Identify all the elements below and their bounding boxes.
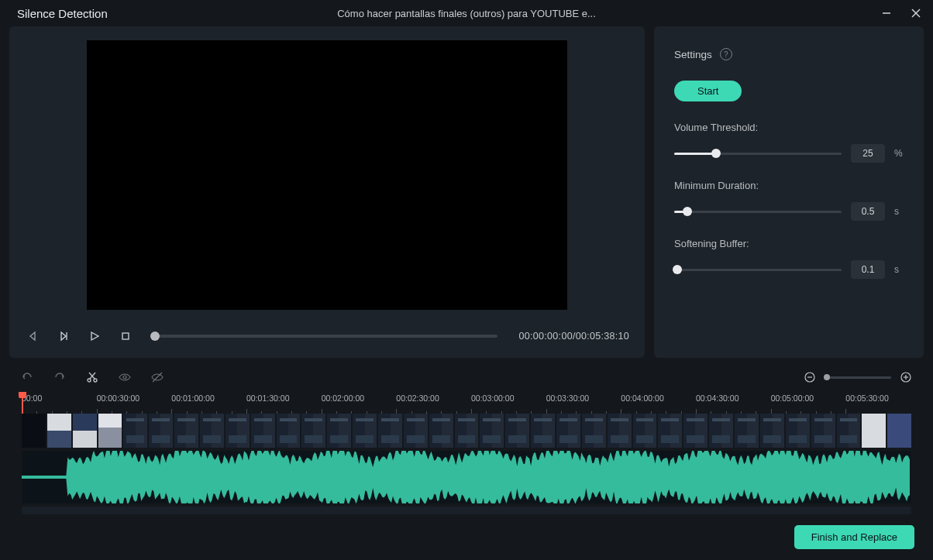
preview-visibility-button[interactable] (118, 370, 132, 384)
zoom-out-button[interactable] (803, 370, 817, 384)
volume-threshold-label: Volume Threshold: (674, 122, 904, 133)
thumbnail-frame[interactable] (480, 414, 504, 448)
thumbnail-frame[interactable] (862, 414, 886, 448)
thumbnail-frame[interactable] (887, 414, 911, 448)
minimize-button[interactable] (880, 7, 893, 19)
thumbnail-frame[interactable] (735, 414, 759, 448)
thumbnail-frame[interactable] (531, 414, 555, 448)
thumbnail-frame[interactable] (47, 414, 71, 448)
seek-knob[interactable] (150, 332, 160, 341)
thumbnail-frame[interactable] (760, 414, 784, 448)
play-button[interactable] (87, 328, 102, 344)
redo-button[interactable] (53, 370, 67, 384)
next-frame-button[interactable] (56, 328, 71, 344)
window-controls (880, 7, 922, 19)
ruler-label: 00:03:30:00 (546, 393, 589, 403)
thumbnail-frame[interactable] (251, 414, 275, 448)
hide-button[interactable] (150, 370, 164, 384)
timeline-scrollbar[interactable] (22, 507, 911, 514)
audio-waveform-track[interactable] (22, 451, 911, 503)
ruler-label: 00:02:00:00 (322, 393, 364, 403)
thumbnail-frame[interactable] (837, 414, 861, 448)
settings-panel: Settings ? Start Volume Threshold: 25 % … (654, 26, 924, 358)
thumbnail-frame[interactable] (174, 414, 198, 448)
thumbnail-frame[interactable] (200, 414, 224, 448)
thumbnail-frame[interactable] (226, 414, 250, 448)
softening-buffer-label: Softening Buffer: (674, 238, 904, 249)
ruler-label: 00:05:30:00 (845, 393, 888, 403)
thumbnail-frame[interactable] (22, 414, 46, 448)
thumbnail-frame[interactable] (709, 414, 733, 448)
thumbnail-frame[interactable] (633, 414, 657, 448)
thumbnail-frame[interactable] (301, 414, 325, 448)
window-subtitle: Cómo hacer pantallas finales (outros) pa… (337, 8, 596, 19)
softening-buffer-value[interactable]: 0.1 (851, 260, 885, 279)
volume-threshold-unit: % (894, 148, 904, 159)
titlebar: Silence Detection Cómo hacer pantallas f… (0, 0, 933, 26)
volume-threshold-value[interactable]: 25 (851, 144, 885, 163)
zoom-controls (803, 370, 913, 384)
thumbnail-frame[interactable] (582, 414, 606, 448)
preview-panel: 00:00:00:00/00:05:38:10 (9, 26, 645, 358)
finish-replace-button[interactable]: Finish and Replace (794, 525, 914, 549)
timeline-ruler[interactable]: 00:0000:00:30:0000:01:00:0000:01:30:0000… (9, 392, 924, 414)
svg-line-10 (90, 373, 95, 379)
minimum-duration-group: Minimum Duration: 0.5 s (674, 180, 904, 221)
video-thumbnail-track[interactable] (22, 414, 911, 448)
thumbnail-frame[interactable] (608, 414, 632, 448)
thumbnail-frame[interactable] (73, 414, 97, 448)
zoom-knob[interactable] (824, 374, 830, 380)
thumbnail-frame[interactable] (149, 414, 173, 448)
ruler-label: 00:00:30:00 (97, 393, 139, 403)
thumbnail-frame[interactable] (786, 414, 810, 448)
zoom-in-button[interactable] (899, 370, 913, 384)
close-button[interactable] (910, 7, 922, 19)
zoom-slider[interactable] (825, 376, 891, 379)
timeline-area: 00:0000:00:30:0000:01:00:0000:01:30:0000… (0, 358, 933, 514)
svg-point-12 (123, 376, 126, 379)
start-button[interactable]: Start (674, 81, 742, 101)
window-title: Silence Detection (17, 7, 108, 20)
svg-marker-6 (91, 332, 98, 340)
svg-line-11 (89, 373, 95, 379)
help-icon[interactable]: ? (720, 48, 732, 60)
thumbnail-frame[interactable] (404, 414, 428, 448)
volume-threshold-group: Volume Threshold: 25 % (674, 122, 904, 163)
slider-knob[interactable] (711, 149, 721, 158)
thumbnail-frame[interactable] (98, 414, 122, 448)
thumbnail-frame[interactable] (429, 414, 453, 448)
undo-button[interactable] (20, 370, 34, 384)
thumbnail-frame[interactable] (455, 414, 479, 448)
svg-rect-7 (122, 333, 129, 339)
thumbnail-frame[interactable] (353, 414, 377, 448)
preview-seek-slider[interactable] (155, 335, 497, 338)
svg-marker-4 (61, 332, 66, 340)
ruler-label: 00:02:30:00 (396, 393, 439, 403)
prev-frame-button[interactable] (25, 328, 40, 344)
timeline-toolbar (9, 366, 924, 389)
minimum-duration-unit: s (894, 206, 904, 217)
thumbnail-frame[interactable] (556, 414, 580, 448)
thumbnail-frame[interactable] (811, 414, 835, 448)
svg-point-8 (88, 379, 91, 382)
stop-button[interactable] (118, 328, 133, 344)
volume-threshold-slider[interactable] (674, 153, 842, 155)
ruler-label: 00:05:00:00 (771, 393, 814, 403)
minimum-duration-value[interactable]: 0.5 (851, 202, 885, 221)
cut-button[interactable] (85, 370, 99, 384)
thumbnail-frame[interactable] (327, 414, 351, 448)
playhead[interactable] (22, 392, 23, 414)
video-preview[interactable] (87, 40, 567, 310)
softening-buffer-slider[interactable] (674, 269, 842, 271)
minimum-duration-slider[interactable] (674, 211, 842, 213)
slider-knob[interactable] (683, 207, 692, 216)
ruler-label: 00:04:00:00 (621, 393, 663, 403)
thumbnail-frame[interactable] (378, 414, 402, 448)
thumbnail-frame[interactable] (277, 414, 301, 448)
thumbnail-frame[interactable] (505, 414, 529, 448)
thumbnail-frame[interactable] (658, 414, 682, 448)
thumbnail-frame[interactable] (123, 414, 147, 448)
softening-buffer-unit: s (894, 264, 904, 275)
slider-knob[interactable] (673, 265, 682, 274)
thumbnail-frame[interactable] (683, 414, 707, 448)
